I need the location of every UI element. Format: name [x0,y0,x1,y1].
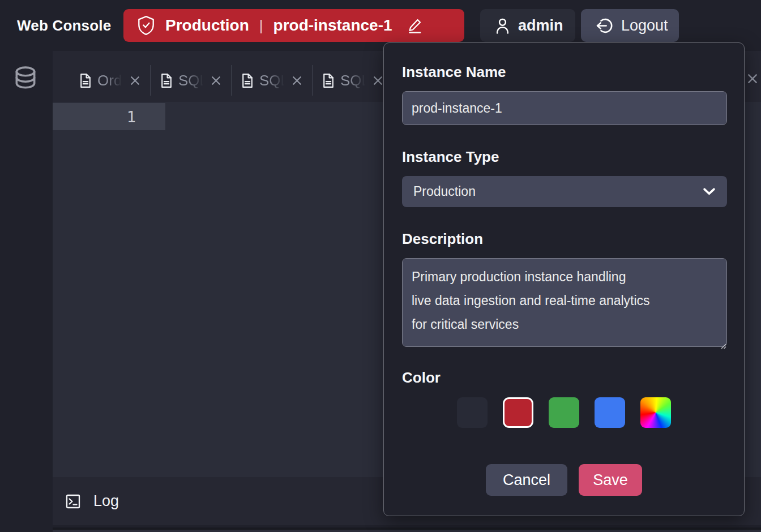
user-button[interactable]: admin [480,9,575,42]
shield-check-icon [137,15,155,36]
tab-close-icon[interactable] [210,75,222,87]
file-icon [160,73,173,88]
tab-query-2[interactable]: SQL [151,63,231,97]
color-swatch-row [402,397,726,428]
instance-name-text: prod-instance-1 [273,16,392,35]
tab-query-1[interactable]: Ord [70,63,150,97]
instance-type-text: Production [165,16,249,35]
tab-label: SQL [178,72,204,89]
chevron-down-icon [703,187,716,196]
logout-label: Logout [621,17,668,35]
color-swatch-default[interactable] [457,397,488,428]
instance-badge-button[interactable]: Production | prod-instance-1 [123,9,464,42]
color-swatch-green[interactable] [549,397,579,428]
edit-instance-dialog: Instance Name Instance Type Production D… [383,42,745,516]
file-icon [322,73,335,88]
tab-close-icon[interactable] [129,75,141,87]
user-icon [495,18,510,34]
tab-query-4[interactable]: SQL [313,63,393,97]
tab-label: SQL [340,72,366,89]
tab-label: SQL [259,72,285,89]
instance-type-label: Instance Type [402,147,726,166]
footer-strip [53,527,761,532]
badge-separator: | [259,17,263,35]
left-sidebar [0,51,53,532]
description-label: Description [402,229,726,248]
instance-type-value: Production [413,184,476,199]
description-textarea[interactable]: Primary production instance handling liv… [402,258,727,347]
cancel-button[interactable]: Cancel [486,464,567,496]
file-icon [241,73,254,88]
tab-query-3[interactable]: SQL [232,63,312,97]
color-swatch-red[interactable] [503,397,533,428]
color-swatch-rainbow[interactable] [640,397,671,428]
database-icon[interactable] [14,66,37,92]
active-line-gutter: 1 [53,103,165,130]
tab-close-icon[interactable] [372,75,384,87]
log-label: Log [93,492,119,510]
logout-button[interactable]: Logout [581,9,679,42]
tab-label: Ord [97,72,123,89]
terminal-icon [65,494,81,509]
color-swatch-blue[interactable] [595,397,625,428]
instance-name-input[interactable] [402,91,727,125]
file-icon [79,73,92,88]
instance-name-label: Instance Name [402,62,726,81]
line-number: 1 [127,108,136,126]
color-label: Color [402,368,726,387]
tab-close-icon[interactable] [291,75,303,87]
dialog-buttons: Cancel Save [402,464,726,496]
instance-type-select[interactable]: Production [402,176,727,207]
logout-icon [596,17,613,35]
user-label: admin [518,17,563,35]
edit-pencil-icon[interactable] [407,18,422,33]
save-button[interactable]: Save [579,464,642,496]
app-title: Web Console [17,0,111,51]
tab-close-icon[interactable] [746,72,759,85]
